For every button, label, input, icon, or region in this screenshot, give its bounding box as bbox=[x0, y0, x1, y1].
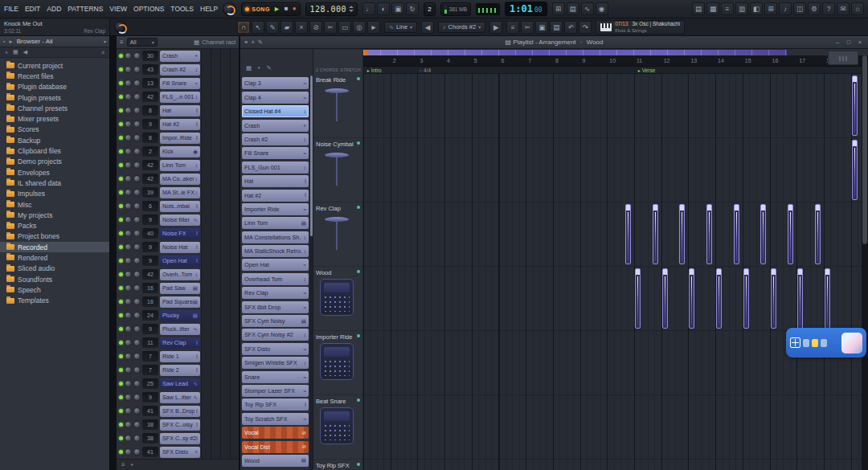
channel-pan-knob[interactable] bbox=[125, 52, 132, 59]
channel-enable-led[interactable] bbox=[119, 436, 123, 440]
channel-row[interactable]: 16 Pad Saw ▤ bbox=[117, 281, 239, 295]
menu-item[interactable]: TOOLS bbox=[170, 5, 194, 13]
channel-enable-led[interactable] bbox=[119, 382, 123, 386]
channel-enable-led[interactable] bbox=[119, 108, 123, 112]
channel-number[interactable]: 30 bbox=[142, 51, 158, 61]
fl-logo[interactable] bbox=[223, 2, 236, 16]
channel-volume-knob[interactable] bbox=[133, 189, 141, 196]
channel-number[interactable]: 8 bbox=[142, 133, 158, 143]
channel-volume-knob[interactable] bbox=[133, 271, 141, 278]
countdown-icon[interactable]: ▣ bbox=[391, 2, 404, 15]
menu-item[interactable]: VIEW bbox=[109, 5, 127, 13]
channel-button[interactable]: MA St..ie FX ↕ bbox=[160, 187, 200, 198]
song-mode-button[interactable]: SONG bbox=[252, 6, 270, 12]
channel-row[interactable]: 13 Fill Snare ≈ bbox=[117, 76, 239, 90]
channel-button[interactable]: Ride 1 Ⅰ bbox=[160, 351, 200, 362]
channel-row[interactable]: 9 Hat #2 Ⅰ bbox=[117, 117, 239, 131]
menu-item[interactable]: ADD bbox=[47, 5, 61, 13]
channel-row[interactable]: 9 Pluck..itter ∿ bbox=[117, 322, 239, 336]
channel-button[interactable]: Hat #2 Ⅰ bbox=[160, 119, 200, 130]
channel-volume-knob[interactable] bbox=[133, 448, 141, 456]
channel-pan-knob[interactable] bbox=[125, 380, 132, 387]
channel-number[interactable]: 9 bbox=[142, 255, 158, 266]
typing-keyboard-icon[interactable]: ▤ bbox=[567, 2, 579, 15]
vertical-scrollbar[interactable] bbox=[862, 55, 868, 470]
channel-row[interactable]: 6 Nois..mbal Ⅰ bbox=[117, 199, 239, 213]
playlist-panel-icon[interactable]: ▤ bbox=[692, 2, 705, 15]
audio-clip-rev-clap[interactable] bbox=[788, 204, 793, 264]
playlist-track-header[interactable]: Break Ride bbox=[313, 74, 362, 138]
browser-item[interactable]: Soundfonts bbox=[0, 274, 109, 284]
menu-item[interactable]: OPTIONS bbox=[133, 5, 164, 13]
browser-item[interactable]: Clipboard files bbox=[0, 145, 109, 156]
select-tool-icon[interactable]: ▭ bbox=[338, 21, 351, 34]
audio-clip-rev-clap[interactable] bbox=[653, 204, 658, 264]
channel-pan-knob[interactable] bbox=[125, 243, 132, 251]
browser-view-icon[interactable]: ▦ bbox=[13, 49, 18, 55]
channel-button[interactable]: Pad Saw ▤ bbox=[160, 283, 200, 294]
browser-header[interactable]: ▪► Browser - All ▾ bbox=[0, 36, 109, 47]
channel-row[interactable]: 42 FLS_..n 001 ↕ bbox=[117, 90, 239, 104]
channel-pan-knob[interactable] bbox=[125, 421, 132, 428]
audio-clip-rev-clap[interactable] bbox=[679, 204, 685, 264]
picker-item[interactable]: Crash #2 ↕ bbox=[242, 133, 309, 145]
browser-item[interactable]: Packs bbox=[0, 220, 109, 231]
channel-pan-knob[interactable] bbox=[125, 175, 132, 182]
channel-button[interactable]: Hat Ⅰ bbox=[160, 105, 200, 116]
channel-enable-led[interactable] bbox=[119, 177, 123, 181]
channel-pan-knob[interactable] bbox=[125, 161, 132, 169]
channel-pan-knob[interactable] bbox=[125, 93, 132, 100]
channel-button[interactable]: Fill Snare ≈ bbox=[160, 78, 200, 89]
channel-volume-knob[interactable] bbox=[133, 407, 141, 415]
track-led[interactable] bbox=[357, 398, 360, 402]
channel-volume-knob[interactable] bbox=[133, 80, 141, 87]
browser-item[interactable]: Sliced audio bbox=[0, 264, 109, 274]
channel-volume-knob[interactable] bbox=[133, 325, 141, 333]
rack-add-channel-icon[interactable]: + bbox=[130, 461, 134, 468]
copy-icon[interactable]: ▣ bbox=[535, 21, 548, 34]
channel-button[interactable]: Ride 2 Ⅰ bbox=[160, 365, 200, 376]
channel-pan-knob[interactable] bbox=[125, 257, 132, 264]
time-display[interactable]: 1:01 00 bbox=[505, 2, 547, 16]
track-led[interactable] bbox=[357, 77, 360, 80]
channel-row[interactable]: 42 Linn Tom ↕ bbox=[117, 158, 239, 172]
tempo-tap-icon[interactable]: ♪ bbox=[779, 2, 792, 15]
channel-button[interactable]: Noise filter ∿ bbox=[160, 215, 200, 226]
browser-stop-icon[interactable]: ▪ bbox=[3, 39, 5, 44]
channel-button[interactable]: Linn Tom ↕ bbox=[160, 160, 200, 171]
tempo-spinner[interactable] bbox=[349, 6, 354, 12]
channel-number[interactable]: 6 bbox=[142, 201, 158, 211]
rack-list-icon[interactable]: ≡ bbox=[121, 461, 125, 468]
tempo-panel[interactable]: 128.000 bbox=[305, 2, 358, 16]
channel-enable-led[interactable] bbox=[119, 395, 123, 399]
audio-clip-rev-clap[interactable] bbox=[760, 204, 766, 264]
channel-enable-led[interactable] bbox=[119, 423, 123, 427]
menu-item[interactable]: EDIT bbox=[25, 5, 40, 13]
paint-tool-icon[interactable]: ▰ bbox=[280, 21, 293, 34]
track-led[interactable] bbox=[357, 270, 360, 273]
line-tool-dropdown[interactable]: ∿ Line ▾ bbox=[384, 22, 417, 33]
channel-number[interactable]: 16 bbox=[142, 283, 158, 293]
channel-number[interactable]: 9 bbox=[142, 324, 158, 334]
channel-row[interactable]: 39 MA St..ie FX ↕ bbox=[117, 186, 239, 199]
about-icon[interactable]: ⌂ bbox=[851, 2, 864, 15]
channel-number[interactable]: 24 bbox=[142, 310, 158, 321]
rack-menu-icon[interactable]: ≡ bbox=[120, 39, 124, 46]
audio-clip-wood[interactable] bbox=[771, 268, 776, 329]
playlist-add-icon[interactable]: + bbox=[251, 39, 254, 46]
channel-rack-icon[interactable]: ≡ bbox=[721, 2, 734, 15]
channel-pan-knob[interactable] bbox=[125, 448, 132, 456]
channel-number[interactable]: 38 bbox=[142, 419, 158, 430]
picker-item[interactable]: Hat #2 Ⅰ bbox=[242, 190, 309, 202]
audio-clip-edge[interactable] bbox=[852, 140, 858, 200]
channel-enable-led[interactable] bbox=[119, 341, 123, 345]
playlist-menu-icon[interactable]: ≡ bbox=[244, 39, 248, 46]
stop-button[interactable]: ■ bbox=[284, 6, 289, 12]
channel-row[interactable]: 8 Hat Ⅰ bbox=[117, 104, 239, 117]
channel-button[interactable]: Saw L..itter ∿ bbox=[160, 392, 200, 403]
channel-volume-knob[interactable] bbox=[133, 216, 141, 223]
audio-clip-wood[interactable] bbox=[825, 268, 830, 329]
channel-pan-knob[interactable] bbox=[125, 284, 132, 292]
channel-number[interactable]: 25 bbox=[142, 378, 158, 389]
channel-row[interactable]: 41 SFX Disto + bbox=[117, 445, 239, 459]
